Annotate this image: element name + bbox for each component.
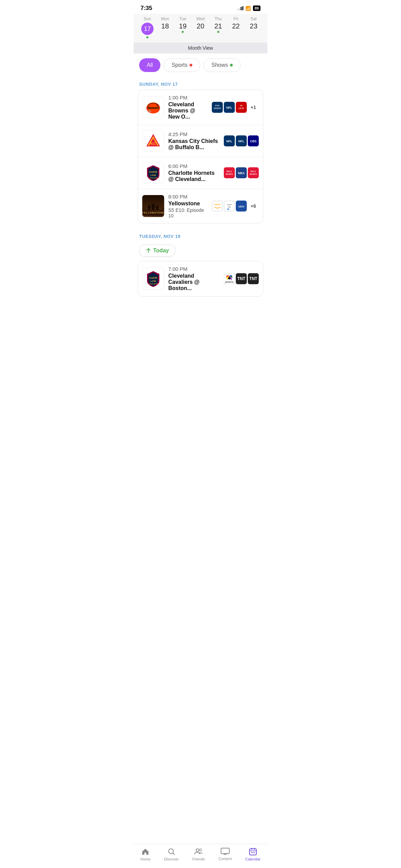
svg-text:CBS: CBS [250,140,256,143]
svg-rect-2 [148,107,159,109]
tnt-badge-2: TNT [248,273,259,284]
tuesday-events-container: CLEVE LAND CAVALIERS 7:00 PM Cleveland C… [138,261,263,297]
bally-badge-1: BALLY SPORTS [224,167,235,178]
svg-text:SPORTS: SPORTS [250,173,257,175]
svg-point-37 [156,205,159,210]
svg-text:UDU: UDU [238,205,244,208]
svg-point-35 [148,205,150,210]
svg-text:TNT: TNT [249,276,257,281]
arrow-up-icon [146,248,151,253]
vudu-badge: UDU [236,201,247,212]
yellowstone-thumb: YELLOWSTONE [142,195,164,217]
nfl-badge-1: NFL [224,135,235,146]
bally-badge-2: BALLY SPORTS [248,167,259,178]
calendar-strip: Sun 17 Mon 18 Tue 19 Wed 20 [134,14,267,43]
nba-badge: NBA [236,167,247,178]
svg-text:BALLY: BALLY [251,170,256,172]
cavaliers-logo: CLEVE LAND CAVALIERS [142,162,164,184]
signal-icon [237,6,243,10]
chiefs-logo: KC [142,130,164,152]
network-badges: amazon Google Play [212,201,259,212]
svg-rect-30 [248,168,258,178]
section-header-sunday: SUNDAY, NOV 17 [134,77,267,89]
svg-text:Google: Google [227,204,232,205]
sports-dot [190,64,192,67]
sunday-events-container: 1:00 PM Cleveland Browns @ New O... FOX … [138,89,263,224]
svg-text:CLEVE: CLEVE [149,171,157,173]
status-bar: 7:35 📶 89 [134,0,267,14]
svg-text:CLEVE: CLEVE [149,277,157,279]
tnt-badge-1: TNT [236,273,247,284]
svg-text:NBA: NBA [238,171,245,175]
calendar-day-thu[interactable]: Thu 21 [210,16,227,38]
svg-text:FOX: FOX [215,105,219,107]
event-row[interactable]: CLEVE LAND CAVALIERS 6:00 PM Charlotte H… [138,157,263,189]
network-badges: FOX SPORTS NFL OX LOCAL [212,102,259,113]
wifi-icon: 📶 [245,6,251,11]
svg-text:CAVALIERS: CAVALIERS [148,177,158,179]
svg-rect-25 [224,168,234,178]
event-row[interactable]: KC 4:25 PM Kansas City Chiefs @ Buffalo … [138,125,263,157]
event-info: 6:00 PM Charlotte Hornets @ Cleveland... [168,163,220,182]
cbs-badge: CBS [248,135,259,146]
svg-point-36 [151,203,155,210]
svg-text:LAND: LAND [150,280,156,282]
event-row[interactable]: 1:00 PM Cleveland Browns @ New O... FOX … [138,90,263,125]
event-info: 1:00 PM Cleveland Browns @ New O... [168,95,208,120]
svg-rect-39 [212,201,222,211]
shows-dot [230,64,233,67]
network-badges: NFL NFL CBS [224,135,259,146]
svg-text:LAND: LAND [150,174,156,176]
network-badges: BALLY SPORTS NBA BALLY SPORTS [224,167,259,178]
event-info: 7:00 PM Cleveland Cavaliers @ Boston... [168,266,220,291]
calendar-day-mon[interactable]: Mon 18 [157,16,173,38]
calendar-day-sun[interactable]: Sun 17 [139,16,156,38]
amazon-badge: amazon [212,201,223,212]
nfl-badge: NFL [224,102,235,113]
event-row[interactable]: YELLOWSTONE 8:00 PM Yellowstone S5 E10: … [138,189,263,223]
svg-text:NFL: NFL [226,106,232,109]
svg-text:KC: KC [150,142,156,146]
svg-text:OX: OX [240,105,243,107]
filter-shows-button[interactable]: Shows [204,58,241,72]
section-header-tuesday: TUESDAY, NOV 19 [134,229,267,242]
status-icons: 📶 89 [237,5,260,11]
plus-6-badge: +6 [248,201,259,212]
nfl-badge-2: NFL [236,135,247,146]
filter-row: All Sports Shows [134,53,267,77]
svg-point-3 [156,104,158,106]
svg-text:CAVALIERS: CAVALIERS [148,283,158,285]
month-view-toggle[interactable]: Month View [134,43,267,53]
filter-all-button[interactable]: All [139,58,160,72]
event-info: 8:00 PM Yellowstone S5 E10: Episode 10 [168,194,208,218]
svg-text:amazon: amazon [214,203,221,205]
network-badges: SPORTS TNT TNT [224,273,259,284]
fox-sports-badge: FOX SPORTS [212,102,223,113]
cavaliers2-logo: CLEVE LAND CAVALIERS [142,268,164,290]
svg-text:NFL: NFL [226,140,232,143]
nbc-sports-badge: SPORTS [224,273,235,284]
plus-badge: +1 [248,102,259,113]
svg-text:TNT: TNT [237,276,245,281]
svg-text:SPORTS: SPORTS [225,281,234,283]
google-play-badge: Google Play [224,201,235,212]
event-info: 4:25 PM Kansas City Chiefs @ Buffalo B..… [168,131,220,150]
svg-text:YELLOWSTONE: YELLOWSTONE [142,212,164,214]
event-row[interactable]: CLEVE LAND CAVALIERS 7:00 PM Cleveland C… [138,261,263,296]
battery-indicator: 89 [253,5,260,11]
svg-text:BALLY: BALLY [227,170,232,172]
svg-text:SPORTS: SPORTS [226,173,233,175]
svg-text:Play: Play [228,206,231,208]
svg-text:NFL: NFL [238,140,244,143]
local-badge: OX LOCAL [236,102,247,113]
calendar-day-sat[interactable]: Sat 23 [245,16,262,38]
status-time: 7:35 [141,5,152,12]
calendar-week-row: Sun 17 Mon 18 Tue 19 Wed 20 [139,16,262,38]
calendar-day-tue[interactable]: Tue 19 [174,16,191,38]
calendar-day-wed[interactable]: Wed 20 [192,16,209,38]
svg-text:SPORTS: SPORTS [214,107,221,109]
browns-logo [142,96,164,118]
today-button[interactable]: Today [139,244,175,257]
calendar-day-fri[interactable]: Fri 22 [228,16,244,38]
filter-sports-button[interactable]: Sports [164,58,200,72]
